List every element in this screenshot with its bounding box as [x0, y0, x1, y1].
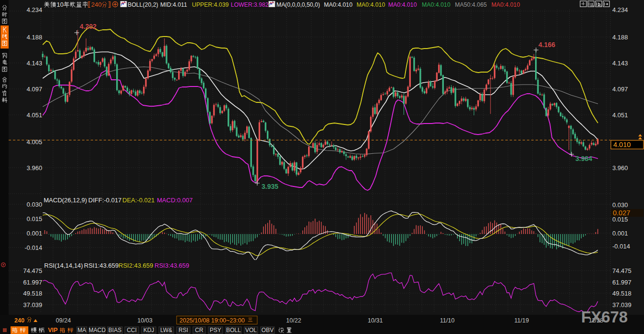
svg-text:4.143: 4.143: [26, 60, 42, 67]
svg-text:RSI1:43.659: RSI1:43.659: [84, 262, 119, 269]
svg-text:240: 240: [14, 317, 24, 324]
svg-text:MACD: MACD: [89, 327, 106, 334]
svg-text:11/10: 11/10: [440, 317, 454, 324]
svg-text:4.010: 4.010: [613, 141, 631, 148]
svg-text:240: 240: [91, 1, 102, 8]
svg-text:0.001: 0.001: [26, 230, 42, 237]
svg-text:MACD:0.007: MACD:0.007: [157, 197, 192, 204]
svg-text:-0.014: -0.014: [24, 244, 42, 251]
svg-text:61.997: 61.997: [612, 279, 632, 286]
svg-text:10/22: 10/22: [286, 317, 301, 324]
svg-text:PSY: PSY: [210, 327, 221, 334]
svg-text:4.143: 4.143: [612, 60, 628, 67]
svg-text:-0.014: -0.014: [612, 243, 630, 250]
svg-text:RSI3:43.659: RSI3:43.659: [155, 262, 189, 269]
svg-text:0.027: 0.027: [613, 209, 630, 217]
svg-text:FX678: FX678: [581, 308, 628, 326]
svg-text:CCI: CCI: [127, 327, 137, 334]
svg-text:0.030: 0.030: [26, 201, 42, 208]
svg-text:37.039: 37.039: [23, 301, 42, 309]
svg-text:3.935: 3.935: [262, 183, 278, 190]
svg-text:DEA:-0.021: DEA:-0.021: [122, 197, 155, 204]
svg-text:10: 10: [57, 1, 63, 8]
svg-text:KDJ: KDJ: [143, 327, 155, 334]
svg-text:61.997: 61.997: [23, 279, 42, 286]
svg-text:10/03: 10/03: [137, 317, 152, 324]
svg-text:4.234: 4.234: [612, 6, 628, 13]
svg-text:MACD(26,12,9): MACD(26,12,9): [44, 197, 87, 204]
svg-text:4.234: 4.234: [26, 6, 42, 13]
svg-text:MA0:4.010: MA0:4.010: [357, 1, 385, 8]
svg-text:0.015: 0.015: [26, 215, 42, 223]
svg-text:LW&: LW&: [160, 327, 172, 334]
svg-text:4.097: 4.097: [612, 86, 628, 93]
svg-text:4.005: 4.005: [26, 138, 42, 146]
svg-text:RSI(14,14,14): RSI(14,14,14): [44, 262, 83, 269]
svg-text:2025/10/08 19:00~23:00: 2025/10/08 19:00~23:00: [179, 317, 245, 324]
svg-text:RSI2:43.659: RSI2:43.659: [119, 262, 153, 269]
svg-text:MA0:4.010: MA0:4.010: [388, 1, 417, 8]
svg-text:MA0:4.010: MA0:4.010: [324, 1, 353, 8]
svg-text:4.051: 4.051: [26, 111, 42, 119]
svg-text:11/19: 11/19: [514, 317, 529, 324]
svg-text:BIAS: BIAS: [108, 327, 121, 334]
svg-text:MA(0,0,0,0,50,0): MA(0,0,0,0,50,0): [276, 1, 320, 8]
svg-text:4.188: 4.188: [26, 34, 42, 41]
svg-text:09/24: 09/24: [56, 317, 71, 324]
svg-text:CR: CR: [195, 327, 203, 334]
svg-text:MID:4.011: MID:4.011: [160, 1, 187, 8]
svg-text:4.051: 4.051: [612, 111, 628, 119]
svg-text:3.960: 3.960: [612, 164, 628, 172]
svg-text:MA0:4.010: MA0:4.010: [422, 1, 451, 8]
svg-text:4.188: 4.188: [612, 34, 628, 41]
svg-text:3.984: 3.984: [575, 155, 592, 162]
svg-text:VIP: VIP: [48, 327, 58, 334]
svg-text:10/31: 10/31: [368, 317, 382, 324]
svg-text:37.039: 37.039: [612, 301, 632, 309]
svg-text:0.001: 0.001: [612, 230, 628, 237]
svg-text:3.960: 3.960: [26, 164, 42, 172]
svg-text:OBV: OBV: [262, 327, 274, 334]
svg-text:MA: MA: [78, 327, 86, 334]
svg-text:0.030: 0.030: [612, 201, 628, 209]
svg-text:BOLL(20,2): BOLL(20,2): [128, 1, 158, 8]
svg-text:74.475: 74.475: [612, 267, 632, 274]
svg-text:LOWER:3.982: LOWER:3.982: [231, 1, 269, 8]
svg-text:4.166: 4.166: [538, 41, 555, 49]
svg-text:DIFF:-0.017: DIFF:-0.017: [88, 197, 121, 204]
svg-text:BOLL: BOLL: [226, 327, 241, 334]
svg-text:4.097: 4.097: [26, 86, 42, 93]
svg-text:UPPER:4.039: UPPER:4.039: [192, 1, 229, 8]
svg-text:49.518: 49.518: [23, 290, 42, 297]
svg-text:MA0:4.010: MA0:4.010: [491, 1, 520, 8]
svg-text:4.202: 4.202: [80, 23, 96, 30]
svg-text:74.475: 74.475: [23, 267, 42, 274]
svg-text:RSI: RSI: [179, 327, 188, 334]
svg-text:VOL: VOL: [245, 327, 257, 334]
svg-text:MA50:4.065: MA50:4.065: [455, 1, 487, 8]
svg-text:49.518: 49.518: [612, 290, 632, 297]
